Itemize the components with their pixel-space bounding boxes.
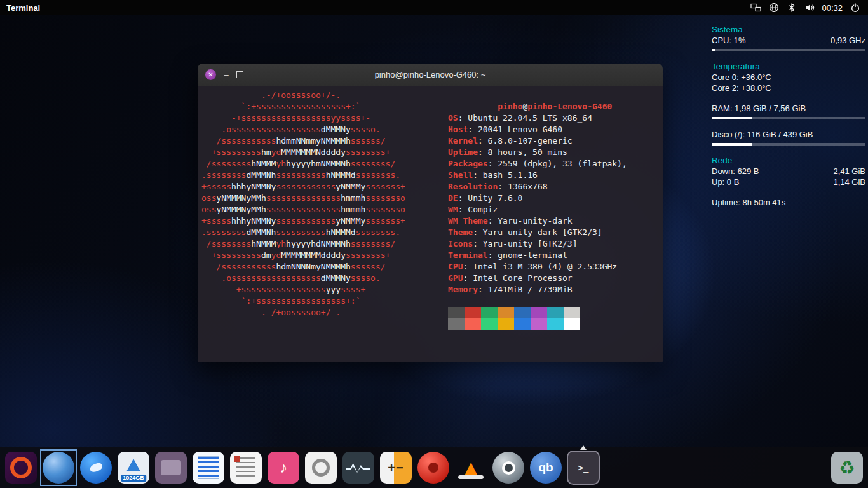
neofetch-info-row: DE: Unity 7.6.0 <box>448 193 659 204</box>
net-up-rate: Up: 0 B <box>712 177 739 187</box>
file-manager-icon <box>155 452 187 484</box>
dock-items: 1024GB♪+−▲qb>_ <box>4 451 600 484</box>
neofetch-info-row: Memory: 1741MiB / 7739MiB <box>448 284 659 295</box>
chromium-browser-icon <box>43 452 74 484</box>
chromium-browser[interactable] <box>42 451 75 484</box>
color-swatch <box>531 307 547 318</box>
ram-bar <box>712 117 865 119</box>
dock: 1024GB♪+−▲qb>_ ♻ <box>0 447 868 488</box>
screenshot-tool-icon <box>305 452 337 484</box>
neofetch-title-line: pinho@pinho-Lenovo-G460 <box>448 90 659 101</box>
color-swatch <box>481 307 498 318</box>
neofetch-output: .-/+oossssoo+/-. `:+ssssssssssssssssss+:… <box>201 90 659 330</box>
conky-temp-title: Temperatura <box>712 61 865 72</box>
close-button[interactable]: ✕ <box>205 69 216 80</box>
libreoffice-writer[interactable] <box>192 451 225 484</box>
neofetch-info: pinho@pinho-Lenovo-G460 ----------------… <box>448 90 659 330</box>
neofetch-underline: ----------------------- <box>448 101 659 112</box>
trash[interactable]: ♻ <box>831 451 864 484</box>
terminal-app[interactable]: >_ <box>567 451 600 484</box>
color-swatch <box>547 307 564 318</box>
minimize-button[interactable]: – <box>222 72 231 78</box>
steam[interactable] <box>492 451 525 484</box>
red-app[interactable] <box>417 451 450 484</box>
net-up-total: 1,14 GiB <box>833 177 865 187</box>
neofetch-info-row: CPU: Intel i3 M 380 (4) @ 2.533GHz <box>448 261 659 273</box>
system-monitor-app[interactable] <box>342 451 375 484</box>
thunderbird[interactable] <box>79 451 112 484</box>
qbittorrent[interactable]: qb <box>529 451 562 484</box>
system-monitor-widget: Sistema CPU: 1% 0,93 GHz Temperatura Cor… <box>712 24 865 208</box>
color-swatch <box>547 318 564 330</box>
ubuntu-launcher-icon <box>5 452 37 484</box>
dock-trash-slot: ♻ <box>831 451 864 484</box>
file-manager[interactable] <box>154 451 187 484</box>
net-down-rate: Down: 629 B <box>712 166 759 177</box>
uptime-label: Uptime: 8h 50m 41s <box>712 197 865 208</box>
neofetch-info-row: Shell: bash 5.1.16 <box>448 170 659 181</box>
neofetch-info-row: Packages: 2559 (dpkg), 33 (flatpak), <box>448 158 659 170</box>
ram-label: RAM: 1,98 GiB / 7,56 GiB <box>712 103 865 114</box>
system-monitor-app-icon <box>342 452 374 484</box>
disk-label: Disco (/): 116 GiB / 439 GiB <box>712 129 865 140</box>
document-editor-icon <box>230 452 262 484</box>
power-icon[interactable] <box>850 3 860 13</box>
color-swatch <box>514 307 531 318</box>
ubuntu-launcher[interactable] <box>4 451 37 484</box>
calculator-icon: +− <box>380 452 412 484</box>
neofetch-info-row: Theme: Yaru-unity-dark [GTK2/3] <box>448 227 659 238</box>
disk-size-badge: 1024GB <box>121 475 146 482</box>
music-app[interactable]: ♪ <box>267 451 300 484</box>
terminal-app-icon: >_ <box>567 451 600 485</box>
neofetch-info-row: Kernel: 6.8.0-107-generic <box>448 135 659 147</box>
music-app-icon: ♪ <box>268 452 299 484</box>
net-down-total: 2,41 GiB <box>833 166 865 177</box>
screenshot-tool[interactable] <box>304 451 337 484</box>
volume-icon[interactable] <box>804 3 815 13</box>
color-swatch <box>564 318 580 330</box>
disk-bar <box>712 143 865 146</box>
terminal-window: pinho@pinho-Lenovo-G460: ~ ✕ – .-/+oosss… <box>198 64 663 362</box>
color-swatch <box>514 318 531 330</box>
conky-sistema-title: Sistema <box>712 24 865 35</box>
neofetch-info-row: Resolution: 868x488 <box>448 181 659 193</box>
window-title: pinho@pinho-Lenovo-G460: ~ <box>198 70 663 79</box>
color-swatch <box>448 318 465 330</box>
cpu-bar <box>712 49 865 51</box>
neofetch-info-row: Host: 20041 Lenovo G460 <box>448 124 659 135</box>
color-swatch <box>498 307 514 318</box>
disk-usage[interactable]: 1024GB <box>117 451 150 484</box>
cpu-freq-value: 0,93 GHz <box>831 35 865 46</box>
color-swatch <box>465 318 481 330</box>
document-editor[interactable] <box>229 451 262 484</box>
red-app-icon <box>417 452 449 484</box>
neofetch-info-row: GPU: Intel Core Processor <box>448 273 659 284</box>
network-icon[interactable] <box>750 3 761 13</box>
color-swatch <box>465 307 481 318</box>
maximize-button[interactable] <box>236 71 243 78</box>
vlc[interactable]: ▲ <box>454 451 487 484</box>
shell-prompt[interactable]: pinho@pinho-Lenovo-G460:~$ <box>201 353 659 362</box>
color-swatch <box>564 307 580 318</box>
color-swatch <box>531 318 547 330</box>
neofetch-info-row: Icons: Yaru-unity [GTK2/3] <box>448 238 659 250</box>
palette-row1 <box>448 307 659 318</box>
neofetch-ascii: .-/+oossssoo+/-. `:+ssssssssssssssssss+:… <box>201 90 448 330</box>
running-indicator <box>580 445 587 450</box>
steam-icon <box>492 452 524 484</box>
core0-temp: Core 0: +36.0°C <box>712 72 865 83</box>
color-swatch <box>481 318 498 330</box>
bluetooth-icon[interactable] <box>786 3 797 13</box>
thunderbird-icon <box>80 452 112 484</box>
calculator[interactable]: +− <box>379 451 412 484</box>
neofetch-info-row: WM Theme: Yaru-unity-dark <box>448 215 659 227</box>
terminal-content[interactable]: .-/+oossssoo+/-. `:+ssssssssssssssssss+:… <box>198 86 663 362</box>
neofetch-info-row: WM: Compiz <box>448 204 659 215</box>
globe-icon[interactable] <box>768 3 779 13</box>
neofetch-info-rows: OS: Ubuntu 22.04.5 LTS x86_64Host: 20041… <box>448 112 659 295</box>
qbittorrent-icon: qb <box>530 452 562 484</box>
clock[interactable]: 00:32 <box>822 3 843 13</box>
cpu-usage-label: CPU: 1% <box>712 35 745 46</box>
window-titlebar[interactable]: pinho@pinho-Lenovo-G460: ~ ✕ – <box>198 64 663 86</box>
panel-app-title: Terminal <box>0 3 40 13</box>
